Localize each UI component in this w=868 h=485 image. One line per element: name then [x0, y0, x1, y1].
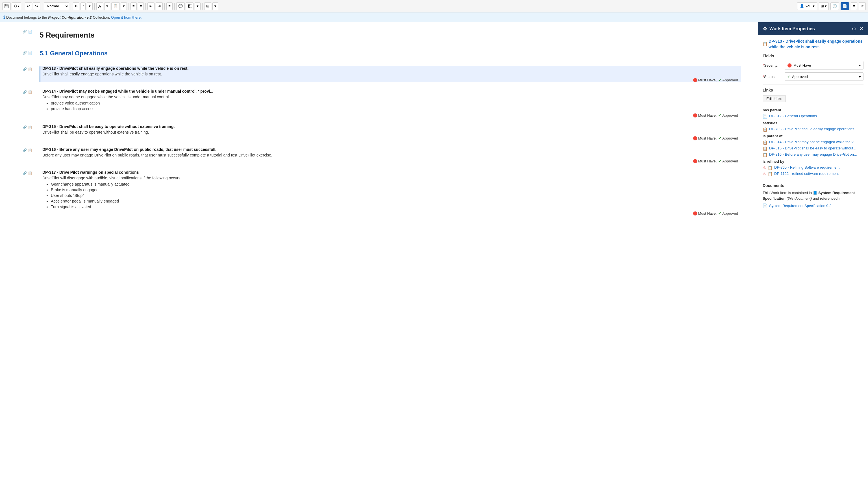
req-315-status: ✔ Approved: [718, 136, 738, 141]
style-select[interactable]: Normal: [44, 2, 69, 10]
req-313-status-text: Approved: [722, 78, 738, 82]
user-chevron: ▾: [813, 4, 815, 8]
doc-ref-icon: 📘: [813, 191, 817, 195]
sidebar-header: ⚙ Work Item Properties ⚙ ✕: [758, 22, 868, 35]
separator-1: [23, 3, 23, 9]
link-dp316[interactable]: DP-316 - Before any user may engage Driv…: [769, 152, 857, 156]
sidebar-settings-button[interactable]: ⚙: [851, 26, 857, 32]
req-315-block[interactable]: DP-315 - DrivePilot shall be easy to ope…: [39, 124, 741, 141]
toolbar-right: 👤 You ▾ ⊞ ▾ 🕐 📄 ≡ ⟳: [797, 2, 866, 10]
bullet-item: Accelerator pedal is manually engaged: [51, 199, 741, 203]
h1-link-icon[interactable]: 🔗: [23, 30, 27, 34]
insert-button[interactable]: ⊞: [204, 2, 211, 10]
has-parent-label: has parent: [763, 108, 864, 112]
bullet-item: provide voice authentication: [51, 101, 741, 105]
refresh-button[interactable]: ⟳: [859, 2, 866, 10]
link-dp703[interactable]: DP-703 - DrivePilot should easily engage…: [769, 127, 857, 131]
req-314-type-icon: 📋: [28, 90, 32, 94]
status-select[interactable]: ✔ Approved ▾: [785, 72, 864, 81]
link-dp1122[interactable]: DP-1122 - refined software requirement: [774, 172, 839, 176]
req-316-type-icon: 📋: [28, 148, 32, 152]
edit-links-button[interactable]: Edit Links: [763, 95, 786, 102]
req-314-bullets: provide voice authentication provide han…: [51, 101, 741, 111]
req-313-link-icon[interactable]: 🔗: [23, 67, 27, 71]
doc-ref-link-icon: 📄: [763, 203, 768, 208]
must-have-icon-314: 🔴: [693, 113, 698, 118]
req-316-block[interactable]: DP-316 - Before any user may engage Driv…: [39, 147, 741, 163]
info-text-pre: Document belongs to the: [6, 15, 47, 20]
indent-button[interactable]: ⇥: [156, 2, 163, 10]
bold-button[interactable]: B: [73, 2, 80, 10]
req-317-meta: 🔴 Must Have, ✔ Approved: [42, 211, 741, 215]
req-314-link-icon[interactable]: 🔗: [23, 90, 27, 94]
req-313-status: ✔ Approved: [718, 78, 738, 82]
link-icon-314: 📋: [763, 140, 768, 145]
req-316-link-icon[interactable]: 🔗: [23, 148, 27, 152]
status-value: ✔ Approved: [787, 74, 808, 79]
must-have-icon-316: 🔴: [693, 159, 698, 163]
req-313-type-icon: 📋: [28, 67, 32, 71]
req-313-severity-text: Must Have,: [698, 78, 717, 82]
link-dp312[interactable]: DP-312 - General Operations: [769, 114, 817, 118]
redo-button[interactable]: ↪: [33, 2, 40, 10]
req-316-severity-text: Must Have,: [698, 159, 717, 163]
inline-more[interactable]: ▾: [121, 2, 127, 10]
h2-link-icon[interactable]: 🔗: [23, 51, 27, 55]
link-dp315[interactable]: DP-315 - DrivePilot shall be easy to ope…: [769, 146, 857, 150]
comment-button[interactable]: 💬: [176, 2, 185, 10]
doc-ref-italic: (this document): [787, 196, 812, 201]
user-menu[interactable]: 👤 You ▾: [797, 2, 817, 10]
settings-button[interactable]: ⚙ ▾: [12, 2, 21, 10]
open-link[interactable]: Open it from there.: [111, 15, 142, 20]
save-button[interactable]: 💾: [2, 2, 11, 10]
link-dp765[interactable]: DP-765 - Refining Software requirement: [774, 165, 839, 170]
font-color-more[interactable]: ▾: [104, 2, 110, 10]
req-315-link-icon[interactable]: 🔗: [23, 125, 27, 129]
must-have-icon-315: 🔴: [693, 136, 698, 141]
status-text: Approved: [792, 74, 808, 79]
req-317-bullets: Gear change apparatus is manually actuat…: [51, 182, 741, 209]
req-316-title: DP-316 - Before any user may engage Driv…: [42, 147, 741, 152]
ol-button[interactable]: ≡: [130, 2, 137, 10]
sidebar-close-button[interactable]: ✕: [859, 26, 864, 32]
approved-icon-317: ✔: [718, 211, 721, 215]
req-317-body: DrivePilot will disengage with audible, …: [42, 176, 741, 180]
link-dp314[interactable]: DP-314 - DrivePilot may not be engaged w…: [769, 140, 856, 144]
wi-title-link[interactable]: 📋 DP-313 - DrivePilot shall easily engag…: [763, 39, 864, 50]
links-section-title: Links: [763, 88, 864, 92]
doc-button[interactable]: 📄: [841, 2, 849, 10]
info-text-mid: Collection.: [93, 15, 110, 20]
history-button[interactable]: 🕐: [831, 2, 839, 10]
insert-more[interactable]: ▾: [212, 2, 218, 10]
image-button[interactable]: 🖼: [186, 2, 193, 10]
undo-button[interactable]: ↩: [25, 2, 32, 10]
main-layout: 🔗 📄 5 Requirements 🔗 📄 5.1 General Opera…: [0, 22, 868, 485]
req-315-status-text: Approved: [722, 136, 738, 141]
outdent-button[interactable]: ⇤: [148, 2, 155, 10]
req-317-block[interactable]: DP-317 - Drive Pilot warnings on special…: [39, 170, 741, 215]
req-313-block[interactable]: DP-313 - DrivePilot shall easily engage …: [39, 66, 741, 82]
req-317-link-icon[interactable]: 🔗: [23, 171, 27, 175]
divider-1: [763, 84, 864, 85]
separator-4: [94, 3, 95, 9]
doc-ref-link-text[interactable]: System Requirement Specification 9.2: [769, 204, 831, 208]
link-item-dp315: 📋 DP-315 - DrivePilot shall be easy to o…: [763, 146, 864, 151]
italic-button[interactable]: I: [81, 2, 86, 10]
separator-6: [146, 3, 146, 9]
inline-button[interactable]: 📋: [111, 2, 120, 10]
req-314-block[interactable]: DP-314 - DrivePilot may not be engaged w…: [39, 89, 741, 118]
separator-2: [42, 3, 42, 9]
sidebar-content: 📋 DP-313 - DrivePilot shall easily engag…: [758, 35, 868, 485]
severity-icon: 🔴: [787, 63, 792, 67]
outline-button[interactable]: ≡: [851, 2, 857, 10]
severity-select[interactable]: 🔴 Must Have ▾: [785, 61, 864, 69]
ul-button[interactable]: ≡: [138, 2, 144, 10]
align-button[interactable]: ≡: [166, 2, 173, 10]
is-parent-of-label: is parent of: [763, 134, 864, 138]
font-color-button[interactable]: A: [96, 2, 103, 10]
more-format-button[interactable]: ▾: [87, 2, 93, 10]
image-more[interactable]: ▾: [195, 2, 200, 10]
layout-button[interactable]: ⊞ ▾: [819, 2, 829, 10]
must-have-icon-317: 🔴: [693, 211, 698, 215]
req-316-status: ✔ Approved: [718, 159, 738, 163]
